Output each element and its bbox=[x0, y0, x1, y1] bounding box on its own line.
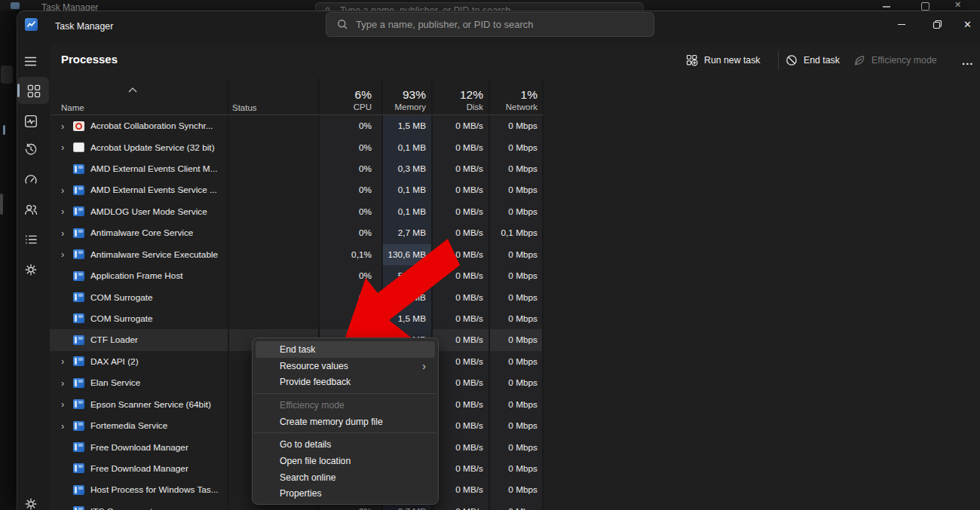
network-cell: 0 Mbps bbox=[489, 265, 544, 286]
process-icon bbox=[73, 121, 84, 131]
process-icon bbox=[73, 399, 84, 409]
expand-chevron-icon[interactable]: › bbox=[61, 356, 73, 366]
memory-cell: 0,1 MB bbox=[382, 201, 432, 222]
process-name: AMDLOG User Mode Service bbox=[90, 206, 207, 217]
disk-cell: 0 MB/s bbox=[432, 115, 489, 136]
process-icon bbox=[73, 356, 84, 366]
network-cell: 0 Mbps bbox=[489, 158, 544, 179]
process-icon bbox=[73, 164, 84, 174]
table-row[interactable]: › AMD External Events Client M... 0% 0,3… bbox=[50, 158, 544, 179]
table-row[interactable]: › COM Surrogate 1,5 MB 0 MB/s 0 Mbps bbox=[50, 308, 544, 329]
network-cell: 0 Mbps bbox=[489, 501, 544, 510]
process-name: Host Process for Windows Tas... bbox=[90, 484, 219, 495]
expand-chevron-icon[interactable]: › bbox=[61, 421, 73, 431]
process-icon bbox=[73, 249, 84, 259]
disk-cell: 0 MB/s bbox=[432, 265, 489, 286]
column-divider[interactable] bbox=[228, 78, 229, 510]
process-icon bbox=[73, 442, 84, 452]
column-divider[interactable] bbox=[542, 78, 544, 510]
network-cell: 0 Mbps bbox=[489, 329, 544, 350]
expand-chevron-icon[interactable]: › bbox=[61, 121, 73, 131]
process-name: ITS Component bbox=[90, 506, 153, 510]
expand-chevron-icon[interactable]: › bbox=[61, 378, 73, 388]
expand-chevron-icon[interactable]: › bbox=[61, 142, 73, 152]
menu-item-go-to-details[interactable]: Go to details bbox=[256, 436, 435, 453]
process-name: Application Frame Host bbox=[90, 270, 183, 281]
disk-cell: 0 MB/s bbox=[432, 501, 489, 510]
process-icon bbox=[73, 185, 84, 195]
cpu-cell: 0% bbox=[319, 222, 382, 243]
expand-chevron-icon[interactable]: › bbox=[61, 185, 73, 195]
process-name: AMD External Events Service ... bbox=[90, 185, 217, 195]
disk-cell: 0 MB/s bbox=[432, 458, 489, 479]
process-icon bbox=[73, 506, 84, 510]
table-row[interactable]: › COM Surrogate 0% MB 0 MB/s 0 Mbps bbox=[50, 286, 544, 307]
process-name: COM Surrogate bbox=[90, 292, 153, 303]
network-cell: 0 Mbps bbox=[489, 308, 544, 329]
process-name: AMD External Events Client M... bbox=[90, 163, 218, 174]
network-cell: 0 Mbps bbox=[489, 458, 544, 479]
network-cell: 0 Mbps bbox=[489, 201, 544, 222]
cpu-cell: 0% bbox=[319, 201, 382, 222]
cpu-cell: 0% bbox=[319, 158, 382, 179]
process-icon bbox=[73, 142, 84, 152]
menu-item-open-file-location[interactable]: Open file location bbox=[256, 453, 435, 469]
disk-cell: 0 MB/s bbox=[432, 329, 489, 350]
expand-chevron-icon[interactable]: › bbox=[61, 206, 73, 216]
menu-item-create-memory-dump-file[interactable]: Create memory dump file bbox=[256, 414, 435, 430]
table-row[interactable]: › Antimalware Service Executable 0,1% 13… bbox=[50, 244, 544, 265]
memory-cell: 2,7 MB bbox=[382, 222, 432, 243]
menu-item-provide-feedback[interactable]: Provide feedback bbox=[256, 374, 435, 390]
network-cell: 0 Mbps bbox=[489, 244, 544, 265]
expand-chevron-icon[interactable]: › bbox=[61, 399, 73, 409]
process-icon bbox=[73, 313, 84, 323]
network-cell: 0 Mbps bbox=[489, 393, 544, 414]
expand-chevron-icon[interactable]: › bbox=[61, 249, 73, 259]
disk-cell: 0 MB/s bbox=[432, 222, 489, 243]
disk-cell: 0 MB/s bbox=[432, 201, 489, 222]
table-row[interactable]: › Acrobat Update Service (32 bit) 0% 0,1… bbox=[50, 136, 544, 157]
process-name: DAX API (2) bbox=[90, 356, 139, 367]
menu-item-end-task[interactable]: End task bbox=[256, 341, 435, 358]
disk-cell: 0 MB/s bbox=[432, 286, 489, 307]
process-icon bbox=[73, 206, 84, 216]
process-name: Acrobat Update Service (32 bit) bbox=[90, 142, 215, 153]
network-cell: 0 Mbps bbox=[489, 415, 544, 436]
memory-cell: 1,5 MB bbox=[382, 308, 432, 329]
process-icon bbox=[73, 228, 84, 238]
menu-item-search-online[interactable]: Search online bbox=[256, 469, 435, 486]
disk-cell: 0 MB/s bbox=[432, 136, 489, 157]
network-cell: 0 Mbps bbox=[489, 436, 544, 457]
network-cell: 0 Mbps bbox=[489, 372, 544, 393]
table-row[interactable]: › Application Frame Host 0% 5,3 MB 0 MB/… bbox=[50, 265, 544, 286]
process-name: Elan Service bbox=[90, 377, 140, 388]
menu-separator bbox=[253, 390, 438, 397]
table-row[interactable]: › Antimalware Core Service 0% 2,7 MB 0 M… bbox=[50, 222, 544, 243]
table-row[interactable]: › Acrobat Collaboration Synchr... 0% 1,5… bbox=[50, 115, 544, 136]
disk-cell: 0 MB/s bbox=[432, 436, 489, 457]
process-icon bbox=[73, 292, 84, 302]
disk-cell: 0 MB/s bbox=[432, 158, 489, 179]
process-name: Antimalware Service Executable bbox=[90, 249, 218, 260]
process-name: CTF Loader bbox=[90, 334, 138, 345]
column-divider[interactable] bbox=[488, 78, 490, 510]
status-cell bbox=[228, 115, 319, 136]
cpu-cell: 0% bbox=[319, 115, 382, 136]
table-row[interactable]: › AMDLOG User Mode Service 0% 0,1 MB 0 M… bbox=[50, 201, 544, 222]
process-icon bbox=[73, 335, 84, 345]
menu-item-properties[interactable]: Properties bbox=[256, 486, 435, 502]
context-menu: End task Resource values › Provide feedb… bbox=[252, 337, 439, 505]
process-name: Free Download Manager bbox=[90, 442, 188, 453]
status-cell bbox=[228, 222, 319, 243]
status-cell bbox=[228, 265, 319, 286]
expand-chevron-icon[interactable]: › bbox=[61, 228, 73, 238]
table-row[interactable]: › AMD External Events Service ... 0% 0,1… bbox=[50, 179, 544, 200]
cpu-cell: 0% bbox=[319, 265, 382, 286]
disk-cell: 0 MB/s bbox=[432, 351, 489, 372]
memory-cell: 0,1 MB bbox=[382, 136, 432, 157]
menu-item-resource-values[interactable]: Resource values › bbox=[256, 358, 435, 374]
status-cell bbox=[228, 286, 319, 307]
process-icon bbox=[73, 485, 84, 495]
menu-item-efficiency-mode[interactable]: Efficiency mode bbox=[256, 397, 435, 414]
disk-cell: 0 MB/s bbox=[432, 372, 489, 393]
